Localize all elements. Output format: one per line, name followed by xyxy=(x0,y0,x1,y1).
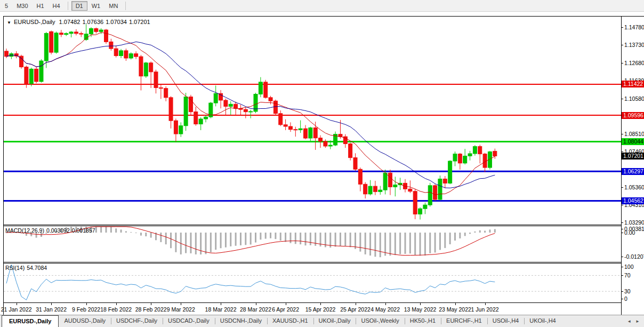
axis-tick xyxy=(621,27,623,28)
price-axis-label: 1.13730 xyxy=(624,42,644,48)
candle-body xyxy=(393,185,397,187)
timeframe-button-m30[interactable]: M30 xyxy=(12,1,32,11)
date-label: 31 Jan 2022 xyxy=(36,306,67,313)
chart-plot[interactable] xyxy=(4,17,621,302)
toolbar-separator xyxy=(125,2,126,10)
chart-tab-audusd-daily[interactable]: AUDUSD-,Daily xyxy=(59,315,111,327)
candle-body xyxy=(194,112,198,124)
price-axis-label: 0 xyxy=(624,296,627,302)
macd-histogram-bar xyxy=(270,233,271,238)
date-tick xyxy=(51,303,52,305)
macd-histogram-bar xyxy=(449,233,451,244)
macd-histogram-bar xyxy=(145,233,147,236)
candle-body xyxy=(169,98,173,121)
chart-tab-usoil-h4[interactable]: USOil-,H4 xyxy=(487,315,525,327)
date-label: 18 Feb 2022 xyxy=(100,306,132,313)
ohlc-low: 1.07034 xyxy=(106,19,127,25)
macd-histogram-bar xyxy=(464,233,466,236)
date-axis[interactable]: 21 Jan 202231 Jan 20229 Feb 202218 Feb 2… xyxy=(4,302,621,315)
symbol-dropdown-icon[interactable]: ▼ xyxy=(7,20,11,25)
candle-body xyxy=(154,72,158,88)
macd-histogram-bar xyxy=(340,233,341,246)
tab-scroll-right-icon[interactable]: ► xyxy=(633,319,642,324)
candle-body xyxy=(109,42,113,49)
chart-tab-usdcad-daily[interactable]: USDCAD-,Daily xyxy=(163,315,215,327)
timeframe-button-5[interactable]: 5 xyxy=(1,1,12,11)
axis-tick xyxy=(621,233,623,233)
macd-histogram-bar xyxy=(205,233,207,254)
macd-histogram-bar xyxy=(300,233,301,244)
axis-tick xyxy=(621,99,623,99)
candle-body xyxy=(473,147,477,154)
macd-histogram-bar xyxy=(175,233,176,252)
axis-tick xyxy=(621,222,623,223)
axis-tick xyxy=(621,63,623,63)
chart-tab-ukoil-daily[interactable]: UKOil-,Daily xyxy=(313,315,356,327)
macd-histogram-bar xyxy=(235,233,237,246)
axis-tick xyxy=(621,45,623,45)
timeframe-button-mn[interactable]: MN xyxy=(104,1,122,11)
macd-histogram-bar xyxy=(380,233,381,257)
candle-body xyxy=(428,186,432,205)
macd-histogram-bar xyxy=(120,229,122,233)
macd-histogram-bar xyxy=(365,233,366,254)
rsi-label: RSI(14)54.7084 xyxy=(5,265,49,271)
rsi-line xyxy=(6,265,495,300)
price-axis-label: 100 xyxy=(624,264,634,270)
macd-histogram-bar xyxy=(225,233,227,248)
axis-tick xyxy=(621,299,623,299)
ohlc-open: 1.07482 xyxy=(59,19,80,25)
chart-tab-usoil-weekly[interactable]: USOil-,Weekly xyxy=(356,315,404,327)
candle-body xyxy=(184,97,188,126)
axis-tick xyxy=(621,229,623,229)
chart-tab-xauusd-h1[interactable]: XAUUSD-,H1 xyxy=(267,315,313,327)
candle-body xyxy=(383,173,387,190)
macd-histogram-bar xyxy=(100,227,102,233)
chart-tab-ukoil-h4[interactable]: UKOil-,H4 xyxy=(524,315,561,327)
candle-body xyxy=(65,34,68,35)
candle-body xyxy=(204,117,208,119)
candle-body xyxy=(364,184,367,194)
date-label: 21 Jan 2022 xyxy=(1,306,32,313)
macd-histogram-bar xyxy=(355,233,356,249)
macd-histogram-bar xyxy=(489,229,490,233)
date-label: 25 Apr 2022 xyxy=(340,306,371,313)
candle-body xyxy=(94,29,98,32)
candle-body xyxy=(244,109,247,111)
macd-histogram-bar xyxy=(359,233,361,252)
date-tick xyxy=(256,303,256,305)
candle-body xyxy=(328,145,332,146)
macd-histogram-bar xyxy=(170,233,172,248)
candle-body xyxy=(453,154,457,161)
price-axis[interactable]: 1.147801.137301.126801.116301.105801.085… xyxy=(622,16,644,315)
chart-tab-usdcnh-daily[interactable]: USDCNH-,Daily xyxy=(215,315,267,327)
chart-tab-usdchf-daily[interactable]: USDCHF-,Daily xyxy=(111,315,163,327)
candle-body xyxy=(199,119,203,124)
macd-histogram-bar xyxy=(185,233,187,253)
candle-body xyxy=(418,209,422,214)
toolbar-separator xyxy=(68,2,68,10)
macd-histogram-bar xyxy=(190,233,191,253)
date-label: 18 Mar 2022 xyxy=(205,306,237,313)
timeframe-button-d1[interactable]: D1 xyxy=(71,1,87,11)
date-tick xyxy=(356,303,356,305)
macd-histogram-bar xyxy=(399,233,401,254)
macd-histogram-bar xyxy=(285,233,286,242)
timeframe-button-h4[interactable]: H4 xyxy=(49,1,65,11)
candle-body xyxy=(14,54,18,56)
date-tick xyxy=(320,303,321,305)
chart-tab-hk50-h1[interactable]: HK50-,H1 xyxy=(405,315,441,327)
candles-group xyxy=(5,25,497,220)
timeframe-button-h1[interactable]: H1 xyxy=(33,1,49,11)
macd-histogram-bar xyxy=(305,233,307,245)
tab-scroll-left-icon[interactable]: ◄ xyxy=(625,319,633,324)
macd-signal-value: 0.001857 xyxy=(72,227,95,234)
date-tick xyxy=(116,303,117,305)
chart-tab-eurusd-daily[interactable]: EURUSD-,Daily xyxy=(2,315,59,327)
macd-histogram-bar xyxy=(484,231,486,233)
trading-platform-window: 5M30H1H4D1W1MN ▼EURUSD-,Daily 1.074821.0… xyxy=(0,0,644,327)
chart-tab-eurchf-h1[interactable]: EURCHF-,H1 xyxy=(441,315,487,327)
price-axis-label: 1.14780 xyxy=(624,24,644,30)
macd-histogram-bar xyxy=(369,233,371,256)
timeframe-button-w1[interactable]: W1 xyxy=(87,1,105,11)
